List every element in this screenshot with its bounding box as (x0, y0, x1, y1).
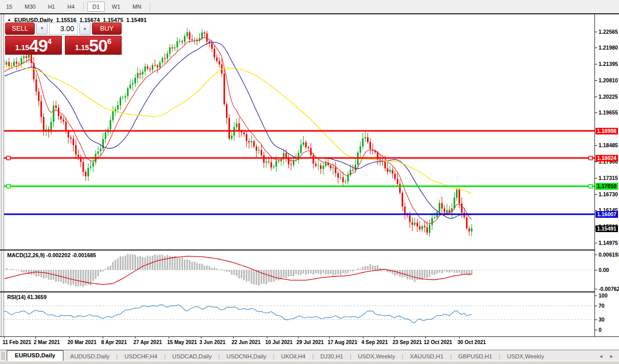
sell-price-base: 1.15 (15, 44, 29, 51)
date-tick (425, 337, 426, 338)
sell-price-big: 49 (29, 38, 48, 53)
price-tick (595, 194, 597, 195)
price-tick (595, 145, 597, 146)
date-tick-label: 30 Oct 2021 (457, 339, 486, 345)
date-tick (103, 337, 103, 338)
sell-price-panel[interactable]: 1.15494 (5, 36, 62, 55)
date-tick-label: 23 Sep 2021 (393, 339, 422, 345)
date-tick (69, 337, 70, 338)
chart-tab-xauusd-h1[interactable]: XAUUSD,H1 (403, 352, 450, 361)
date-tick (233, 337, 234, 338)
macd-tick-label: 0.006193 (599, 252, 619, 258)
price-tick-label: 1.20225 (599, 94, 618, 100)
trading-terminal: 15M30H1H4D1W1MN ▲ EURUSD,Daily 1.15516 1… (0, 0, 619, 364)
price-tick-label: 1.20810 (599, 77, 618, 83)
rsi-tick-label: 0 (599, 327, 602, 333)
tabbar-scroll-right-icon[interactable]: ► (609, 354, 614, 359)
buy-price-base: 1.15 (75, 44, 89, 51)
price-tick-label: 1.18485 (599, 142, 618, 148)
date-tick (459, 337, 460, 338)
date-tick-label: 11 Feb 2021 (3, 339, 31, 345)
rsi-tick-label: 30 (599, 316, 605, 323)
buy-price-panel[interactable]: 1.15506 (65, 36, 122, 55)
chart-tab-usdchf-h4[interactable]: USDCHF,H4 (118, 352, 164, 361)
sell-price-pip: 4 (48, 37, 52, 45)
macd-tick-label: -0.00762 (599, 286, 619, 292)
macd-tick-label: 0.00 (599, 267, 609, 273)
chart-tab-dj30-h1[interactable]: DJ30,H1 (314, 352, 350, 361)
price-tick-label: 1.19655 (599, 109, 618, 116)
macd-label: MACD(12,26,9) -0.002202 -0.001685 (7, 252, 96, 258)
price-axis[interactable]: 1.225651.219801.213951.208101.202251.196… (594, 14, 619, 336)
date-tick-label: 3 Jun 2021 (199, 339, 225, 345)
price-tick (595, 162, 597, 162)
date-tick-label: 15 May 2021 (167, 339, 197, 345)
hline-handle-icon[interactable] (7, 185, 10, 188)
price-tick-label: 1.17315 (599, 175, 618, 181)
price-tick (595, 97, 597, 97)
symbol-tabbar: EURUSD,DailyAUDUSD,Daily|USDCHF,H4|USDCA… (0, 350, 619, 361)
rsi-tick-label: 70 (599, 303, 605, 309)
price-tick-label: 1.21395 (599, 61, 618, 67)
buy-price-pip: 6 (107, 37, 111, 45)
price-tick (595, 64, 597, 64)
date-tick-label: 2 Mar 2021 (34, 339, 60, 345)
buy-button[interactable]: BUY (92, 22, 122, 35)
hline-handle-icon[interactable] (7, 156, 10, 160)
chart-tab-audusd-daily[interactable]: AUDUSD,Daily (63, 352, 116, 361)
volume-input[interactable] (49, 22, 78, 35)
chart-tab-usdcad-daily[interactable]: USDCAD,Daily (166, 352, 218, 361)
chart-tab-usdx-weekly[interactable]: USDX,Weekly (351, 352, 402, 361)
price-tick (595, 243, 597, 243)
date-tick-label: 17 Aug 2021 (328, 339, 357, 345)
rsi-tick (595, 330, 597, 330)
ohlc-close: 1.15491 (126, 17, 147, 23)
date-tick-label: 27 Apr 2021 (133, 339, 162, 345)
chart-tab-ukoil-h4[interactable]: UKOil,H4 (274, 352, 312, 361)
hline-price-badge: 1.16007 (595, 211, 618, 218)
hline-price-badge: 1.17010 (595, 183, 618, 190)
date-tick (267, 337, 267, 338)
volume-decrease-button[interactable]: ▼ (36, 22, 48, 35)
date-tick (135, 337, 135, 338)
date-tick-label: 4 Sep 2021 (361, 339, 388, 345)
date-tick (329, 337, 330, 338)
date-tick-label: 8 Apr 2021 (101, 339, 127, 345)
date-tick (4, 337, 5, 338)
rsi-tick (595, 320, 597, 320)
current-price-badge: 1.15491 (595, 225, 618, 232)
price-tick-label: 1.22565 (599, 29, 618, 35)
date-tick (169, 337, 169, 338)
hline-handle-icon[interactable] (589, 156, 592, 160)
date-tick (363, 337, 363, 338)
symbol-collapse-arrow-icon[interactable]: ▲ (7, 17, 11, 22)
price-tick-label: 1.16730 (599, 191, 618, 197)
date-tick (394, 337, 395, 338)
price-tick (595, 112, 597, 113)
chart-tab-eurusd-daily[interactable]: EURUSD,Daily (7, 350, 63, 361)
chart-tab-gbpusd-h1[interactable]: GBPUSD,H1 (451, 352, 498, 361)
hline-price-badge: 1.18998 (595, 128, 618, 134)
price-tick (595, 32, 597, 32)
volume-increase-button[interactable]: ▲ (79, 22, 90, 35)
tabbar-scroll-left-icon[interactable]: ◄ (599, 354, 603, 359)
rsi-tick (595, 295, 597, 296)
window-bottom-edge (0, 361, 619, 364)
rsi-tick (595, 306, 597, 306)
hline-price-badge: 1.18024 (595, 155, 618, 162)
date-tick (201, 337, 201, 338)
hline-handle-icon[interactable] (589, 185, 592, 188)
date-tick-label: 20 Mar 2021 (67, 339, 97, 345)
date-tick-label: 22 Jun 2021 (232, 339, 261, 345)
tabbar-grip-icon (2, 352, 5, 360)
date-tick-label: 12 Oct 2021 (424, 339, 452, 345)
date-tick (298, 337, 299, 338)
sell-button[interactable]: SELL (5, 22, 35, 35)
chart-tab-usdcnh-daily[interactable]: USDCNH,Daily (220, 352, 273, 361)
rsi-tick-label: 100 (599, 292, 608, 299)
price-tick-label: 1.14975 (599, 240, 618, 246)
price-tick (595, 178, 597, 178)
time-axis[interactable]: 11 Feb 20212 Mar 202120 Mar 20218 Apr 20… (0, 337, 619, 350)
chart-tab-usdx-weekly[interactable]: USDX,Weekly (500, 352, 551, 361)
price-tick (595, 48, 597, 48)
